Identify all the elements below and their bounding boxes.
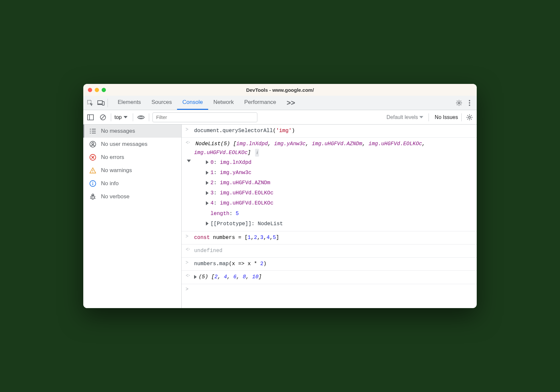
chevron-down-icon [124, 116, 128, 118]
console-line[interactable]: >const numbers = [1,2,3,4,5] [182, 231, 477, 245]
filter-input[interactable] [152, 112, 257, 122]
console-line[interactable]: <·(5) [2, 4, 6, 8, 10] [182, 271, 477, 284]
separator [149, 113, 149, 121]
expand-icon[interactable] [194, 275, 197, 279]
error-icon [89, 154, 96, 161]
list-icon [89, 128, 96, 134]
main-tabs-bar: ElementsSourcesConsoleNetworkPerformance… [83, 96, 477, 110]
sidebar-toggle-icon[interactable] [86, 113, 95, 122]
svg-point-21 [92, 143, 94, 145]
context-selector[interactable]: top [114, 114, 130, 120]
output-marker-icon: <· [186, 246, 191, 252]
warning-icon [89, 167, 96, 174]
info-icon [89, 180, 96, 187]
more-tabs-button[interactable]: >> [281, 99, 300, 107]
expand-icon[interactable] [206, 181, 209, 185]
bug-icon [89, 193, 96, 200]
sidebar-item-label: No info [101, 180, 119, 187]
svg-point-26 [92, 172, 93, 173]
console-input-text: numbers.map(x => x * 2) [194, 260, 473, 268]
svg-point-13 [469, 116, 470, 118]
svg-rect-3 [102, 102, 104, 105]
collapse-icon[interactable] [187, 160, 191, 162]
svg-point-6 [469, 102, 470, 104]
console-line[interactable]: <·undefined [182, 245, 477, 258]
issues-button[interactable]: No Issues [435, 114, 458, 120]
sidebar: No messagesNo user messagesNo errorsNo w… [83, 125, 182, 308]
input-marker-icon: > [186, 127, 191, 132]
devtools-window: DevTools - www.google.com/ ElementsSourc… [83, 84, 477, 308]
sidebar-item-label: No messages [101, 128, 135, 134]
console-line[interactable]: >document.querySelectorAll('img') [182, 125, 477, 138]
live-expression-icon[interactable] [136, 113, 146, 122]
settings-icon[interactable] [454, 98, 464, 108]
sidebar-item-bug[interactable]: No verbose [83, 190, 181, 203]
sidebar-item-error[interactable]: No errors [83, 151, 181, 164]
svg-point-7 [469, 105, 470, 106]
sidebar-item-label: No user messages [101, 141, 148, 147]
output-marker-icon: <· [186, 140, 191, 146]
separator [133, 113, 133, 121]
tab-sources[interactable]: Sources [146, 96, 177, 110]
expand-icon[interactable] [206, 191, 209, 195]
console-toolbar: top Default levels No Issues [83, 110, 477, 125]
console-output-text: NodeList(5) [img.lnXdpd, img.yAnw3c, img… [194, 140, 473, 229]
svg-line-11 [101, 116, 105, 119]
sidebar-item-info[interactable]: No info [83, 177, 181, 190]
svg-line-34 [94, 197, 95, 197]
sidebar-item-list[interactable]: No messages [83, 125, 181, 138]
sidebar-item-label: No verbose [101, 193, 130, 200]
kebab-menu-icon[interactable] [464, 98, 475, 108]
separator [111, 113, 111, 121]
prompt-marker-icon: > [186, 286, 191, 292]
expand-icon[interactable] [206, 222, 209, 225]
expand-icon[interactable] [206, 171, 209, 175]
expand-icon[interactable] [206, 201, 209, 205]
console-output-text: (5) [2, 4, 6, 8, 10] [194, 273, 473, 282]
console-input-text: const numbers = [1,2,3,4,5] [194, 233, 473, 242]
svg-point-4 [458, 102, 460, 104]
chevron-down-icon [419, 116, 423, 118]
tab-network[interactable]: Network [208, 96, 239, 110]
window-title: DevTools - www.google.com/ [83, 87, 477, 93]
svg-rect-1 [98, 101, 102, 104]
svg-point-5 [469, 100, 470, 101]
console-line[interactable]: <·NodeList(5) [img.lnXdpd, img.yAnw3c, i… [182, 138, 477, 231]
console-body: No messagesNo user messagesNo errorsNo w… [83, 125, 477, 308]
input-marker-icon: > [186, 260, 191, 265]
console-output: >document.querySelectorAll('img')<·NodeL… [182, 125, 477, 308]
svg-rect-8 [88, 115, 93, 120]
sidebar-item-user[interactable]: No user messages [83, 138, 181, 151]
input-marker-icon: > [186, 233, 191, 239]
svg-line-33 [90, 197, 91, 197]
info-icon[interactable]: i [255, 149, 259, 157]
expand-icon[interactable] [206, 160, 209, 164]
clear-console-icon[interactable] [98, 113, 108, 122]
output-marker-icon: <· [186, 273, 191, 279]
tab-console[interactable]: Console [177, 96, 208, 110]
svg-point-12 [140, 116, 142, 118]
svg-line-35 [90, 198, 91, 199]
svg-point-28 [92, 182, 93, 183]
console-prompt[interactable]: > [182, 284, 477, 294]
device-toolbar-icon[interactable] [96, 98, 106, 108]
console-settings-icon[interactable] [465, 113, 474, 122]
sidebar-item-warning[interactable]: No warnings [83, 164, 181, 177]
log-levels-dropdown[interactable]: Default levels [387, 114, 425, 120]
levels-label: Default levels [387, 114, 418, 120]
console-line[interactable]: >numbers.map(x => x * 2) [182, 258, 477, 271]
sidebar-item-label: No warnings [101, 167, 132, 174]
user-icon [89, 141, 96, 147]
svg-line-36 [94, 198, 95, 199]
console-output-text: undefined [194, 246, 473, 255]
tab-elements[interactable]: Elements [112, 96, 146, 110]
tab-performance[interactable]: Performance [239, 96, 281, 110]
context-label: top [114, 114, 122, 120]
sidebar-item-label: No errors [101, 154, 124, 161]
separator [108, 99, 108, 107]
inspect-icon[interactable] [85, 98, 96, 108]
separator [461, 113, 462, 121]
console-input-text: document.querySelectorAll('img') [194, 127, 473, 135]
separator [429, 113, 429, 121]
titlebar: DevTools - www.google.com/ [83, 84, 477, 96]
